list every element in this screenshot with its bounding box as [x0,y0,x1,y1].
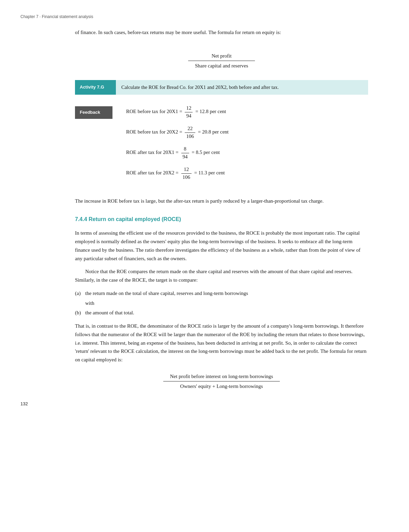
roe-4-num: 12 [181,166,192,174]
intro-paragraph: of finance. In such cases, before-tax re… [75,28,368,37]
formula-numerator: Net profit [188,52,255,61]
list-item-with-text: with [85,299,94,308]
conclusion-paragraph: The increase in ROE before tax is large,… [75,197,368,205]
section-744-heading: 7.4.4 Return on capital employed (ROCE) [75,215,368,224]
roe-item-1: ROE before tax for 20X1 = 12 94 = 12.8 p… [126,105,368,119]
roe-item-3: ROE after tax for 20X1 = 8 94 = 8.5 per … [126,146,368,160]
list-item-a-label: (a) [75,289,85,298]
roe-1-den: 94 [185,112,193,120]
roce-formula-block: Net profit before interest on long-term … [75,372,368,390]
list-item-b: (b) the amount of that total. [75,309,368,317]
activity-label: Activity 7.G [75,80,116,95]
section-744-para-1: In terms of assessing the efficient use … [75,229,368,263]
activity-content: Calculate the ROE for Bread Co. for 20X1… [116,80,368,95]
roe-4-fraction: 12 106 [181,166,192,181]
roe-3-fraction: 8 94 [181,146,189,160]
roce-denominator: Owners' equity + Long-term borrowings [163,381,280,390]
roe-1-fraction: 12 94 [185,105,193,119]
roe-3-den: 94 [181,153,189,160]
roe-1-num: 12 [185,105,193,112]
section-744-para-2: Notice that the ROE compares the return … [75,267,368,284]
roce-numerator: Net profit before interest on long-term … [163,372,280,381]
chapter-header: Chapter 7 · Financial statement analysis [20,14,389,21]
main-content: of finance. In such cases, before-tax re… [75,28,368,390]
roe-1-prefix: ROE before tax for 20X1 = [126,109,183,114]
list-item-b-text: the amount of that total. [85,309,134,317]
section-744-final-para: That is, in contrast to the ROE, the den… [75,322,368,364]
roe-formula-block: Net profit Share capital and reserves [75,52,368,70]
roe-3-num: 8 [181,146,189,153]
feedback-content: ROE before tax for 20X1 = 12 94 = 12.8 p… [112,105,368,187]
roe-1-suffix: = 12.8 per cent [195,109,226,114]
feedback-section: Feedback ROE before tax for 20X1 = 12 94… [75,105,368,187]
roe-4-suffix: = 11.3 per cent [194,170,225,176]
activity-box: Activity 7.G Calculate the ROE for Bread… [75,80,368,95]
list-item-a: (a) the return made on the total of shar… [75,289,368,298]
roce-fraction: Net profit before interest on long-term … [163,372,280,390]
page-number: 132 [20,401,389,408]
list-item-b-label: (b) [75,309,85,317]
feedback-label: Feedback [75,106,112,119]
roe-2-prefix: ROE before tax for 20X2 = [126,129,183,135]
roe-2-num: 22 [185,125,195,133]
formula-denominator: Share capital and reserves [188,61,255,70]
roe-2-den: 106 [185,133,195,140]
roe-2-fraction: 22 106 [185,125,195,140]
roe-formula-fraction: Net profit Share capital and reserves [188,52,255,70]
roe-4-den: 106 [181,174,192,181]
roe-3-prefix: ROE after tax for 20X1 = [126,150,180,155]
list-item-a-text: the return made on the total of share ca… [85,289,248,298]
roe-3-suffix: = 8.5 per cent [192,150,220,155]
roe-4-prefix: ROE after tax for 20X2 = [126,170,180,176]
roe-item-4: ROE after tax for 20X2 = 12 106 = 11.3 p… [126,166,368,181]
roe-2-suffix: = 20.8 per cent [198,129,229,135]
list-item-with: with [85,299,368,308]
list-block: (a) the return made on the total of shar… [75,289,368,317]
roe-item-2: ROE before tax for 20X2 = 22 106 = 20.8 … [126,125,368,140]
